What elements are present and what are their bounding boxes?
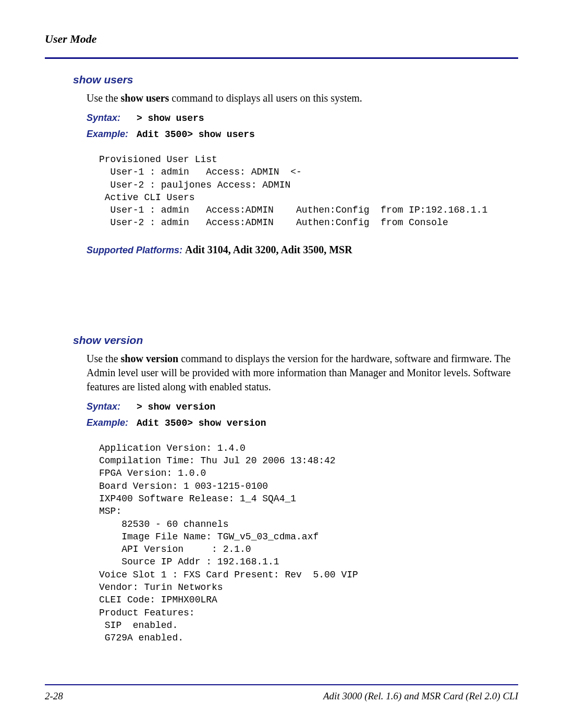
footer-doc-title: Adit 3000 (Rel. 1.6) and MSR Card (Rel 2… <box>323 690 518 702</box>
content-area: show users Use the show users command to… <box>45 73 518 645</box>
supported-label: Supported Platforms: <box>87 245 185 255</box>
footer-page-number: 2-28 <box>45 690 63 702</box>
page-footer: 2-28 Adit 3000 (Rel. 1.6) and MSR Card (… <box>45 684 518 702</box>
supported-value: Adit 3104, Adit 3200, Adit 3500, MSR <box>185 244 352 255</box>
section-heading-show-users: show users <box>73 73 518 86</box>
section-gap <box>73 277 518 334</box>
supported-row-show-users: Supported Platforms: Adit 3104, Adit 320… <box>87 244 518 256</box>
syntax-row-show-users: Syntax: > show users <box>87 113 518 124</box>
intro-show-version: Use the show version command to displays… <box>87 352 518 394</box>
intro-text-pre: Use the <box>87 353 121 364</box>
footer-rule <box>45 684 518 685</box>
intro-text-post: command to displays all users on this sy… <box>169 92 362 104</box>
syntax-value: > show users <box>137 113 204 124</box>
intro-cmd: show users <box>121 92 169 104</box>
example-label: Example: <box>87 129 129 140</box>
page-body: User Mode show users Use the show users … <box>0 0 563 645</box>
intro-show-users: Use the show users command to displays a… <box>87 91 518 105</box>
page-header-title: User Mode <box>45 32 518 46</box>
syntax-label: Syntax: <box>87 113 129 124</box>
intro-cmd: show version <box>121 353 179 364</box>
terminal-output-show-users: Provisioned User List User-1 : admin Acc… <box>99 153 518 229</box>
syntax-value: > show version <box>137 402 215 412</box>
section-heading-show-version: show version <box>73 334 518 347</box>
example-value: Adit 3500> show version <box>137 418 266 428</box>
example-row-show-users: Example: Adit 3500> show users <box>87 129 518 140</box>
syntax-label: Syntax: <box>87 401 129 412</box>
intro-text-pre: Use the <box>87 92 121 104</box>
header-rule <box>45 57 518 59</box>
example-value: Adit 3500> show users <box>137 129 255 140</box>
example-label: Example: <box>87 417 129 428</box>
footer-line: 2-28 Adit 3000 (Rel. 1.6) and MSR Card (… <box>45 690 518 702</box>
syntax-row-show-version: Syntax: > show version <box>87 401 518 412</box>
terminal-output-show-version: Application Version: 1.4.0 Compilation T… <box>99 442 518 645</box>
example-row-show-version: Example: Adit 3500> show version <box>87 417 518 428</box>
